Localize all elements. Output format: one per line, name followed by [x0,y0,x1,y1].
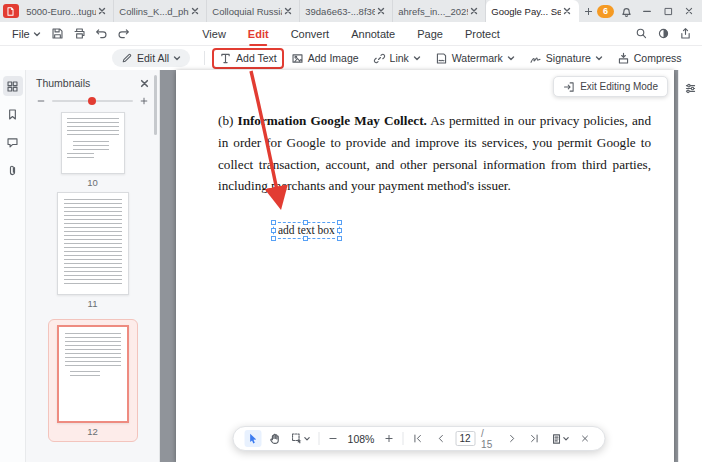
link-button[interactable]: Link [373,52,421,65]
zoom-out-icon[interactable] [36,96,46,106]
tab-close-icon[interactable] [468,5,480,17]
maximize-window-button[interactable] [659,2,677,20]
menu-view[interactable]: View [202,28,226,40]
compress-button[interactable]: Compress [617,52,682,65]
tab-label: Collins_K...d_phrases [119,6,189,17]
zoom-in-icon[interactable] [139,96,149,106]
share-icon[interactable] [676,25,694,43]
next-page-button[interactable] [503,430,520,447]
close-window-button[interactable] [680,2,698,20]
select-cursor-button[interactable] [245,430,262,447]
minimize-window-button[interactable] [638,2,656,20]
resize-handle[interactable] [271,228,276,233]
attachments-panel-button[interactable] [3,160,23,180]
page-number-input[interactable]: 12 [455,431,475,446]
menu-convert[interactable]: Convert [291,28,330,40]
tab-label: Colloquial Russian 2 [212,6,282,17]
chevron-down-icon [173,54,181,62]
tab-doc-4[interactable]: 39da6e63-...8f36a7ad [300,0,393,22]
tab-close-icon[interactable] [561,5,573,17]
resize-handle[interactable] [271,236,276,241]
tab-doc-3[interactable]: Colloquial Russian 2 [207,0,300,22]
close-bar-button[interactable] [577,430,594,447]
undo-icon[interactable] [93,25,111,43]
panel-scrollbar[interactable] [154,75,157,135]
tab-close-icon[interactable] [282,5,294,17]
last-page-icon [529,433,540,444]
thumbnail-page-number: 11 [57,298,129,309]
page-view-mode-button[interactable] [548,430,570,447]
tab-close-icon[interactable] [375,5,387,17]
watermark-button[interactable]: Watermark [435,52,515,65]
menu-edit[interactable]: Edit [248,28,269,40]
resize-handle[interactable] [303,236,308,241]
thumbnails-close-icon[interactable] [140,79,149,88]
tab-doc-1[interactable]: 5000-Euro...tuguese * [21,0,114,22]
new-tab-button[interactable] [579,0,597,22]
resize-handle[interactable] [271,220,276,225]
resize-handle[interactable] [337,236,342,241]
save-icon[interactable] [49,25,67,43]
paperclip-icon [6,164,19,177]
text-icon [219,52,232,65]
thumbnail-size-slider [26,94,159,112]
tab-doc-5[interactable]: ahrefs_in..._20250825 [393,0,486,22]
file-menu-button[interactable]: File [8,26,45,42]
comments-panel-button[interactable] [3,132,23,152]
paragraph-text-block[interactable]: (b) Information Google May Collect. As p… [218,110,651,197]
properties-sliders-icon[interactable] [682,79,700,97]
tab-close-icon[interactable] [96,5,108,17]
chevron-down-icon [562,435,569,442]
slider-thumb[interactable] [88,97,96,105]
pdf-page[interactable]: (b) Information Google May Collect. As p… [176,70,674,462]
single-page-icon [550,433,562,445]
link-icon [373,52,386,65]
zoom-in-button[interactable] [380,430,397,447]
left-panel-strip [0,70,26,462]
bookmarks-panel-button[interactable] [3,104,23,124]
last-page-button[interactable] [526,430,543,447]
tab-bar: 5000-Euro...tuguese * Collins_K...d_phra… [0,0,702,22]
tab-doc-2[interactable]: Collins_K...d_phrases [114,0,207,22]
zoom-level[interactable]: 108% [348,433,375,445]
resize-handle[interactable] [337,228,342,233]
menu-page[interactable]: Page [417,28,443,40]
edit-all-label: Edit All [137,52,169,64]
zoom-out-button[interactable] [325,430,342,447]
hand-tool-button[interactable] [267,430,284,447]
tab-close-icon[interactable] [189,5,201,17]
thumbnail-page-12-selected[interactable]: 12 [48,319,138,442]
thumbnail-page-number: 12 [57,426,129,437]
chevron-left-icon [435,433,446,444]
signature-button[interactable]: Signature [529,52,603,65]
thumbnail-page-10[interactable]: 10 [61,112,125,188]
text-box-content: add text box [278,224,335,236]
first-page-button[interactable] [410,430,427,447]
menu-protect[interactable]: Protect [465,28,500,40]
print-icon[interactable] [71,25,89,43]
redo-icon[interactable] [115,25,133,43]
thumbnail-page-11[interactable]: 11 [57,192,129,309]
slider-track[interactable] [52,100,133,102]
select-tool-button[interactable] [290,430,312,447]
search-icon[interactable] [632,25,650,43]
watermark-icon [435,52,448,65]
add-image-button[interactable]: Add Image [291,52,359,65]
resize-handle[interactable] [303,220,308,225]
thumbnail-page-number: 10 [61,177,125,188]
resize-handle[interactable] [337,220,342,225]
app-logo[interactable] [0,0,21,22]
previous-page-button[interactable] [433,430,450,447]
edit-all-button[interactable]: Edit All [112,49,190,67]
thumbnails-panel-button[interactable] [3,76,23,96]
menu-annotate[interactable]: Annotate [351,28,395,40]
membership-badge[interactable]: 6 [597,5,614,18]
add-text-button[interactable]: Add Text [219,52,277,65]
theme-icon[interactable] [654,25,672,43]
image-icon [291,52,304,65]
app-logo-icon [3,4,19,18]
exit-editing-mode-button[interactable]: Exit Editing Mode [553,76,668,97]
tab-doc-active[interactable]: Google Pay... Service * [486,0,579,22]
selected-text-box[interactable]: add text box [273,222,340,239]
notification-bell-icon[interactable] [617,2,635,20]
